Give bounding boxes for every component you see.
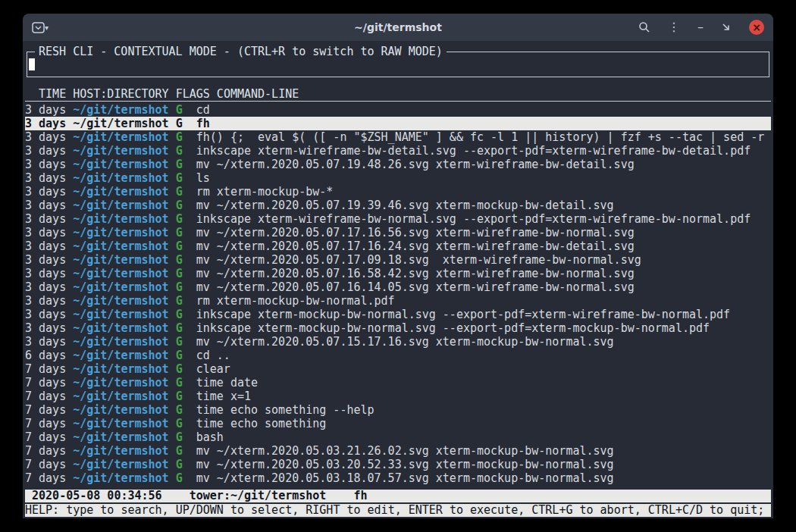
terminal-app-icon — [32, 22, 45, 33]
history-time: 3 days — [25, 308, 73, 321]
history-flags: G — [176, 335, 196, 349]
history-row[interactable]: 7 days~/git/termshotGtime echo something… — [25, 403, 771, 417]
history-time: 7 days — [25, 417, 73, 430]
history-row[interactable]: 3 days~/git/termshotGmv ~/xterm.2020.05.… — [25, 226, 771, 239]
history-host-directory: ~/git/termshot — [73, 199, 175, 212]
history-command: bash — [196, 430, 224, 444]
app-menu-button[interactable]: ▾ — [32, 22, 49, 33]
history-time: 7 days — [25, 471, 73, 485]
search-button[interactable] — [638, 21, 650, 33]
history-command: fh — [196, 117, 210, 130]
search-icon — [638, 21, 650, 33]
history-command: mv ~/xterm.2020.05.03.18.07.57.svg xterm… — [196, 471, 614, 485]
history-flags: G — [176, 267, 196, 280]
history-row[interactable]: 7 days~/git/termshotGmv ~/xterm.2020.05.… — [25, 471, 771, 485]
history-row[interactable]: 7 days~/git/termshotGtime x=1 — [25, 390, 771, 403]
history-host-directory: ~/git/termshot — [73, 308, 175, 321]
history-row[interactable]: 3 days~/git/termshotGmv ~/xterm.2020.05.… — [25, 253, 771, 267]
history-command: mv ~/xterm.2020.05.07.15.17.16.svg xterm… — [196, 335, 614, 349]
history-time: 7 days — [25, 444, 73, 458]
menu-button[interactable]: ⋮ — [668, 21, 680, 33]
history-row[interactable]: 3 days~/git/termshotGmv ~/xterm.2020.05.… — [25, 199, 771, 212]
history-command: inkscape xterm-mockup-bw-normal.svg --ex… — [196, 308, 730, 321]
history-row[interactable]: 7 days~/git/termshotGmv ~/xterm.2020.05.… — [25, 444, 771, 458]
history-host-directory: ~/git/termshot — [73, 430, 175, 444]
history-row[interactable]: 3 days~/git/termshotGmv ~/xterm.2020.05.… — [25, 267, 771, 280]
terminal-window: ▾ ~/git/termshot ⋮ – — [23, 14, 773, 518]
history-row[interactable]: 7 days~/git/termshotGtime echo something — [25, 417, 771, 430]
history-flags: G — [176, 321, 196, 335]
history-row[interactable]: 6 days~/git/termshotGcd .. — [25, 349, 771, 362]
history-flags: G — [176, 362, 196, 376]
history-host-directory: ~/git/termshot — [73, 226, 175, 239]
history-row[interactable]: 3 days~/git/termshotGfh — [25, 117, 771, 130]
close-icon: × — [752, 22, 761, 33]
history-host-directory: ~/git/termshot — [73, 144, 175, 158]
history-flags: G — [176, 376, 196, 390]
status-bar: 2020-05-08 00:34:56 tower:~/git/termshot… — [25, 490, 771, 502]
history-row[interactable]: 7 days~/git/termshotGtime date — [25, 376, 771, 390]
history-row[interactable]: 3 days~/git/termshotGmv ~/xterm.2020.05.… — [25, 239, 771, 253]
history-row[interactable]: 3 days~/git/termshotGmv ~/xterm.2020.05.… — [25, 280, 771, 294]
history-time: 7 days — [25, 390, 73, 403]
search-input[interactable]: RESH CLI - CONTEXTUAL MODE - (CTRL+R to … — [27, 52, 769, 77]
history-row[interactable]: 7 days~/git/termshotGmv ~/xterm.2020.05.… — [25, 458, 771, 471]
history-command: ls — [196, 171, 210, 185]
history-row[interactable]: 3 days~/git/termshotGinkscape xterm-wire… — [25, 144, 771, 158]
history-flags: G — [176, 239, 196, 253]
history-time: 3 days — [25, 253, 73, 267]
history-command: mv ~/xterm.2020.05.07.17.16.24.svg xterm… — [196, 239, 635, 253]
history-host-directory: ~/git/termshot — [73, 444, 175, 458]
history-row[interactable]: 3 days~/git/termshotGmv ~/xterm.2020.05.… — [25, 158, 771, 171]
restore-button[interactable] — [721, 22, 732, 33]
terminal-content: RESH CLI - CONTEXTUAL MODE - (CTRL+R to … — [23, 41, 773, 518]
history-row[interactable]: 3 days~/git/termshotGrm xterm-mockup-bw-… — [25, 185, 771, 199]
minimize-icon: – — [697, 21, 704, 33]
history-command: mv ~/xterm.2020.05.03.20.52.33.svg xterm… — [196, 458, 614, 471]
history-host-directory: ~/git/termshot — [73, 390, 175, 403]
history-row[interactable]: 7 days~/git/termshotGbash — [25, 430, 771, 444]
history-time: 3 days — [25, 185, 73, 199]
history-row[interactable]: 3 days~/git/termshotGfh() {; eval $( ([ … — [25, 130, 771, 144]
history-flags: G — [176, 444, 196, 458]
history-time: 3 days — [25, 199, 73, 212]
history-command: mv ~/xterm.2020.05.07.19.39.46.svg xterm… — [196, 199, 614, 212]
history-host-directory: ~/git/termshot — [73, 417, 175, 430]
history-time: 3 days — [25, 158, 73, 171]
table-header: TIME HOST:DIRECTORY FLAGS COMMAND-LINE — [25, 87, 771, 102]
history-row[interactable]: 3 days~/git/termshotGrm xterm-mockup-bw-… — [25, 294, 771, 308]
close-button[interactable]: × — [749, 20, 764, 35]
history-time: 7 days — [25, 430, 73, 444]
history-command: mv ~/xterm.2020.05.07.19.48.26.svg xterm… — [196, 158, 635, 171]
history-flags: G — [176, 280, 196, 294]
history-row[interactable]: 7 days~/git/termshotGclear — [25, 362, 771, 376]
history-host-directory: ~/git/termshot — [73, 158, 175, 171]
history-host-directory: ~/git/termshot — [73, 171, 175, 185]
history-flags: G — [176, 253, 196, 267]
history-row[interactable]: 3 days~/git/termshotGcd — [25, 103, 771, 117]
history-time: 3 days — [25, 212, 73, 226]
history-flags: G — [176, 349, 196, 362]
history-command: time echo something --help — [196, 403, 374, 417]
history-command: rm xterm-mockup-bw-normal.pdf — [196, 294, 395, 308]
history-host-directory: ~/git/termshot — [73, 471, 175, 485]
history-time: 3 days — [25, 294, 73, 308]
history-command: mv ~/xterm.2020.05.07.17.16.56.svg xterm… — [196, 226, 635, 239]
history-row[interactable]: 3 days~/git/termshotGinkscape xterm-mock… — [25, 308, 771, 321]
history-flags: G — [176, 308, 196, 321]
history-row[interactable]: 3 days~/git/termshotGls — [25, 171, 771, 185]
titlebar[interactable]: ▾ ~/git/termshot ⋮ – — [23, 14, 773, 41]
history-row[interactable]: 3 days~/git/termshotGmv ~/xterm.2020.05.… — [25, 335, 771, 349]
history-host-directory: ~/git/termshot — [73, 403, 175, 417]
history-command: mv ~/xterm.2020.05.07.16.58.42.svg xterm… — [196, 267, 635, 280]
history-time: 3 days — [25, 226, 73, 239]
history-time: 3 days — [25, 171, 73, 185]
history-row[interactable]: 3 days~/git/termshotGinkscape xterm-wire… — [25, 212, 771, 226]
kebab-menu-icon: ⋮ — [668, 21, 680, 33]
history-time: 3 days — [25, 267, 73, 280]
restore-icon — [721, 22, 732, 33]
history-list: 3 days~/git/termshotGcd3 days~/git/terms… — [25, 103, 771, 485]
history-command: time x=1 — [196, 390, 251, 403]
minimize-button[interactable]: – — [697, 21, 704, 33]
history-row[interactable]: 3 days~/git/termshotGinkscape xterm-mock… — [25, 321, 771, 335]
